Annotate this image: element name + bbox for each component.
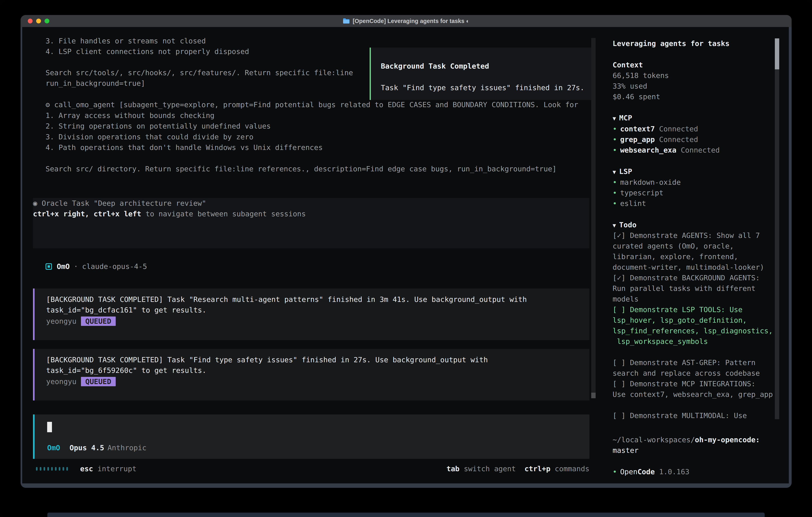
tool-call-line: 4. Path operations that don't handle Win…: [46, 142, 323, 153]
titlebar[interactable]: [OpenCode] Leveraging agents for tasks ◐: [21, 15, 792, 27]
todo-line: search and replace across codebase: [613, 368, 760, 378]
tab-key-label: switch agent: [460, 463, 516, 474]
chevron-down-icon: ▼: [613, 169, 616, 175]
keybind-hints: tab switch agent ctrl+p commands: [446, 463, 589, 474]
esc-key-label: interrupt: [97, 463, 137, 474]
folder-icon: [343, 18, 350, 24]
context-spent: $0.46 spent: [613, 91, 660, 102]
sidebar-scrollbar-track[interactable]: [775, 38, 779, 419]
todo-line-active: lsp_find_references, lsp_diagnostics,: [613, 325, 773, 336]
zoom-button[interactable]: [45, 19, 49, 23]
bullet-icon: •: [613, 135, 617, 143]
lsp-item: •typescript: [613, 188, 663, 198]
agent-name: OmO: [57, 261, 70, 272]
lsp-item: •eslint: [613, 198, 646, 209]
todo-line: [ ] Demonstrate MCP INTEGRATIONS:: [613, 378, 755, 389]
esc-key-hint: esc: [80, 463, 93, 474]
background-task-message: [BACKGROUND TASK COMPLETED] Task "Find t…: [33, 349, 589, 401]
bullet-icon: •: [613, 178, 617, 186]
todo-line: Use context7, websearch_exa, grep_app: [613, 389, 773, 400]
chevron-down-icon: ▼: [613, 222, 616, 229]
transcript-line: run_in_background=true]: [46, 78, 145, 88]
todo-line: document-writer, multimodal-looker): [613, 262, 764, 272]
todo-line-active: lsp_workspace_symbols: [613, 336, 708, 347]
tool-call-line: 3. Division operations that could divide…: [46, 132, 253, 142]
background-task-message: [BACKGROUND TASK COMPLETED] Task "Resear…: [33, 289, 589, 340]
mcp-section-header[interactable]: ▼MCP: [613, 113, 632, 124]
tool-call-line: ⚙ call_omo_agent [subagent_type=explore,…: [46, 99, 578, 110]
prompt-input[interactable]: OmO Opus 4.5 Anthropic: [33, 414, 589, 459]
message-author: yeongyu: [46, 316, 77, 326]
bullet-icon: •: [613, 125, 617, 133]
bullet-icon: •: [613, 189, 617, 197]
status-badge: QUEUED: [81, 317, 116, 326]
workspace-branch: master: [613, 445, 639, 456]
app-version: 1.0.163: [655, 468, 689, 476]
message-line: [BACKGROUND TASK COMPLETED] Task "Resear…: [46, 295, 527, 303]
agent-square-icon: [46, 263, 52, 270]
status-bar: esc interrupt tab switch agent ctrl+p co…: [22, 463, 589, 474]
input-provider: Anthropic: [108, 442, 146, 453]
mcp-item: •context7 Connected: [613, 124, 698, 134]
todo-section-header[interactable]: ▼Todo: [613, 219, 637, 231]
ctrlp-key-label: commands: [550, 463, 589, 474]
progress-dots-icon: [36, 467, 68, 471]
gear-icon: ⚙: [46, 101, 50, 109]
mcp-status: Connected: [659, 135, 698, 143]
lsp-section-header[interactable]: ▼LSP: [613, 166, 632, 177]
oracle-task-box: ◉ Oracle Task "Deep architecture review"…: [33, 198, 589, 248]
todo-line: [✓] Demonstrate AGENTS: Show all 7: [613, 230, 760, 241]
tab-key-hint: tab: [446, 463, 460, 474]
mcp-item: •websearch_exa Connected: [613, 145, 720, 155]
message-author: yeongyu: [46, 376, 77, 387]
window-title-text: [OpenCode] Leveraging agents for tasks ◐: [353, 18, 469, 24]
sidebar-scrollbar-thumb[interactable]: [775, 38, 779, 70]
notification-toast: Background Task Completed Task "Find typ…: [370, 48, 593, 100]
bullet-icon: •: [613, 146, 617, 154]
todo-line: [ ] Demonstrate MULTIMODAL: Use: [613, 410, 747, 421]
transcript-line: Search src/tools/, src/hooks/, src/featu…: [46, 67, 353, 78]
todo-line-active: lsp_hover, lsp_goto_definition,: [613, 315, 747, 325]
minimize-button[interactable]: [36, 19, 41, 23]
message-line: task_id="bg_6f59260c" to get results.: [46, 366, 206, 375]
todo-line: curated agents (OmO, oracle,: [613, 241, 734, 251]
bullet-icon: •: [613, 468, 617, 476]
app-name: Open: [620, 468, 638, 476]
transcript-line: 3. File handles or streams not closed: [46, 35, 206, 46]
todo-line: models: [613, 294, 639, 304]
tool-call-head: call_omo_agent [subagent_type=explore, p…: [54, 101, 578, 109]
notification-body: Task "Find type safety issues" finished …: [381, 82, 584, 93]
agent-model: claude-opus-4-5: [82, 261, 147, 272]
todo-line: [ ] Demonstrate AST-GREP: Pattern: [613, 357, 755, 368]
input-agent-name: OmO: [47, 442, 60, 453]
separator-dot: ·: [74, 261, 78, 272]
ctrlp-key-hint: ctrl+p: [516, 463, 550, 474]
status-badge: QUEUED: [81, 377, 116, 386]
context-heading: Context: [613, 60, 643, 70]
workspace-repo: oh-my-opencode:: [695, 436, 760, 444]
close-button[interactable]: [28, 19, 33, 23]
oracle-task-hint: ctrl+x right, ctrl+x left to navigate be…: [33, 209, 589, 219]
chevron-down-icon: ▼: [613, 115, 616, 122]
context-tokens: 66,518 tokens: [613, 70, 669, 81]
mcp-item: •grep_app Connected: [613, 134, 698, 145]
terminal-window: [OpenCode] Leveraging agents for tasks ◐…: [21, 15, 792, 488]
traffic-lights: [28, 19, 49, 23]
sidebar: Leveraging agents for tasks Context 66,5…: [613, 27, 775, 483]
version-line: •OpenCode 1.0.163: [613, 466, 689, 477]
tool-call-line: Search src/ directory. Return specific f…: [46, 164, 557, 174]
lsp-item: •markdown-oxide: [613, 177, 681, 188]
oracle-task-title: ◉ Oracle Task "Deep architecture review": [33, 198, 589, 209]
chat-scrollbar-thumb[interactable]: [591, 393, 596, 398]
todo-line-active: [ ] Demonstrate LSP TOOLS: Use: [613, 304, 743, 315]
text-cursor: [47, 422, 52, 432]
transcript-line: 4. LSP client connections not properly d…: [46, 46, 249, 57]
window-title: [OpenCode] Leveraging agents for tasks ◐: [343, 18, 469, 24]
record-icon: ◉: [33, 199, 37, 207]
todo-line: librarian, explore, frontend,: [613, 251, 738, 262]
mcp-status: Connected: [659, 125, 698, 133]
shortcut-keys: ctrl+x right, ctrl+x left: [33, 210, 141, 218]
bullet-icon: •: [613, 199, 617, 208]
chat-scrollbar-track[interactable]: [591, 38, 596, 398]
todo-line: Run parallel tasks with different: [613, 283, 755, 294]
